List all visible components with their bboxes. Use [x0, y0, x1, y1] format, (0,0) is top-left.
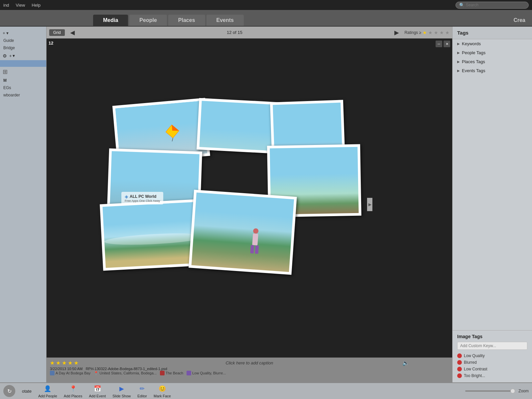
tags-people[interactable]: ▶ People Tags: [453, 48, 532, 57]
tag-event-label: A Day At Bodega Bay: [56, 371, 90, 375]
gear-icon[interactable]: ⚙: [3, 53, 7, 59]
person-silhouette: [247, 228, 262, 255]
sidebar-m-label[interactable]: M: [0, 77, 46, 84]
close-btn[interactable]: ✕: [444, 41, 450, 47]
tag-low-contrast[interactable]: Low Contrast: [457, 366, 527, 372]
img-star-4[interactable]: ★: [68, 360, 72, 366]
toolbar-row: Grid ◀ 12 of 15 ▶ Ratings ≥ ★ ★ ★ ★ ★: [47, 27, 452, 39]
image-date: 3/22/2013 10:50 AM: [50, 367, 82, 371]
add-event-btn[interactable]: 📅 Add Event: [89, 384, 106, 398]
tab-places[interactable]: Places: [168, 15, 205, 26]
tab-events[interactable]: Events: [206, 15, 244, 26]
tag-quality[interactable]: Low Quality, Blurre...: [187, 371, 226, 375]
tags-row: A Day At Bodega Bay 📍 United States, Cal…: [50, 371, 449, 375]
sidebar-icon-row: ⊞: [0, 67, 46, 77]
keywords-label: Keywords: [462, 41, 481, 46]
mark-face-btn[interactable]: 😊 Mark Face: [154, 384, 171, 398]
low-quality-dot: [457, 353, 462, 358]
image-number: 12: [49, 41, 53, 46]
tags-keywords[interactable]: ▶ Keywords: [453, 39, 532, 48]
tab-media[interactable]: Media: [93, 15, 128, 26]
nav-next-arrow[interactable]: ▶: [392, 29, 402, 36]
add-small-btn[interactable]: ＋▾: [8, 53, 15, 59]
tag-location[interactable]: 📍 United States, California, Bodega...: [94, 371, 157, 375]
too-bright-dot: [457, 373, 462, 378]
tag-blurred[interactable]: Blurred: [457, 359, 527, 366]
star-5[interactable]: ★: [445, 30, 450, 35]
watermark: ◈ ALL PC World Free Apps One Click Away: [121, 192, 163, 204]
search-box[interactable]: 🔍: [456, 2, 529, 9]
nav-prev-arrow[interactable]: ◀: [67, 29, 77, 36]
tag-quality-icon: [187, 371, 191, 375]
places-tags-chevron: ▶: [457, 60, 460, 64]
add-places-icon: 📍: [68, 384, 78, 393]
editor-btn[interactable]: ✏ Editor: [137, 384, 147, 398]
slideshow-btn[interactable]: ▶ Slide Show: [112, 384, 131, 398]
too-bright-label: Too Bright...: [464, 373, 485, 378]
tag-beach-label: The Beach: [166, 371, 183, 375]
people-tags-chevron: ▶: [457, 51, 460, 55]
minimize-btn[interactable]: ─: [436, 41, 442, 47]
tags-events[interactable]: ▶ Events Tags: [453, 66, 532, 75]
zoom-label: Zoom: [518, 389, 529, 393]
stars-row: ★ ★ ★ ★ ★ Click here to add caption 🔈: [50, 360, 449, 366]
tag-low-quality[interactable]: Low Quality: [457, 352, 527, 359]
star-4[interactable]: ★: [440, 30, 444, 35]
tag-event-icon: [50, 371, 55, 375]
kite-svg: [165, 123, 193, 142]
low-quality-label: Low Quality: [464, 353, 485, 358]
volume-icon[interactable]: 🔈: [402, 360, 409, 366]
low-contrast-label: Low Contrast: [464, 367, 487, 371]
tag-beach[interactable]: The Beach: [160, 371, 183, 375]
svg-rect-8: [255, 245, 259, 254]
grid-icon: ⊞: [3, 68, 8, 75]
tag-too-bright[interactable]: Too Bright...: [457, 372, 527, 379]
menu-ind[interactable]: ind: [3, 3, 9, 8]
img-star-3[interactable]: ★: [62, 360, 66, 366]
zoom-thumb[interactable]: [510, 389, 515, 393]
img-star-1[interactable]: ★: [50, 360, 55, 366]
content-area: Grid ◀ 12 of 15 ▶ Ratings ≥ ★ ★ ★ ★ ★ 12…: [47, 27, 452, 382]
add-places-label: Add Places: [64, 394, 82, 398]
rotate-label: otate: [22, 389, 32, 394]
sidebar-bridge[interactable]: Bridge: [0, 44, 46, 52]
sidebar-egs[interactable]: EGs: [0, 84, 46, 91]
sidebar-divider: [453, 75, 532, 330]
tags-places[interactable]: ▶ Places Tags: [453, 57, 532, 66]
img-star-5[interactable]: ★: [74, 360, 78, 366]
people-tags-label: People Tags: [462, 50, 485, 55]
menu-help[interactable]: Help: [32, 3, 41, 8]
ratings-label: Ratings ≥: [404, 30, 421, 35]
sidebar-wboarder[interactable]: wboarder: [0, 91, 46, 99]
rotate-button[interactable]: ↻: [3, 385, 15, 397]
keyword-input[interactable]: [457, 342, 527, 350]
grid-button[interactable]: Grid: [49, 29, 65, 36]
create-button[interactable]: Crea: [507, 15, 532, 26]
image-caption[interactable]: Click here to add caption: [225, 360, 273, 365]
editor-icon: ✏: [138, 384, 147, 393]
tag-event[interactable]: A Day At Bodega Bay: [50, 371, 90, 375]
metadata-row: 3/22/2013 10:50 AM RPH-130322-Adobe-Bode…: [50, 367, 449, 371]
search-icon: 🔍: [459, 3, 465, 8]
collapse-sidebar-btn[interactable]: ▶: [367, 198, 372, 211]
search-input[interactable]: [466, 3, 525, 7]
left-sidebar: + ▾ Guide Bridge ⚙ ＋▾ ⊞ M EGs wboarder: [0, 27, 47, 382]
image-tags-title: Image Tags: [457, 334, 527, 339]
menu-view[interactable]: View: [16, 3, 25, 8]
svg-rect-7: [250, 245, 254, 253]
tab-people[interactable]: People: [129, 15, 167, 26]
ratings-area: Ratings ≥ ★ ★ ★ ★ ★: [404, 30, 450, 35]
photo-7: [189, 190, 297, 275]
editor-label: Editor: [137, 394, 147, 398]
star-1[interactable]: ★: [423, 30, 427, 35]
zoom-slider[interactable]: [465, 390, 515, 392]
img-star-2[interactable]: ★: [56, 360, 61, 366]
star-3[interactable]: ★: [434, 30, 438, 35]
add-people-btn[interactable]: 👤 Add People: [38, 384, 57, 398]
photo-collage: ◈ ALL PC World Free Apps One Click Away: [95, 98, 404, 298]
sidebar-guide[interactable]: Guide: [0, 37, 46, 44]
add-button[interactable]: + ▾: [0, 29, 46, 37]
add-places-btn[interactable]: 📍 Add Places: [64, 384, 82, 398]
star-2[interactable]: ★: [428, 30, 433, 35]
sidebar-selected-item[interactable]: [0, 60, 46, 67]
